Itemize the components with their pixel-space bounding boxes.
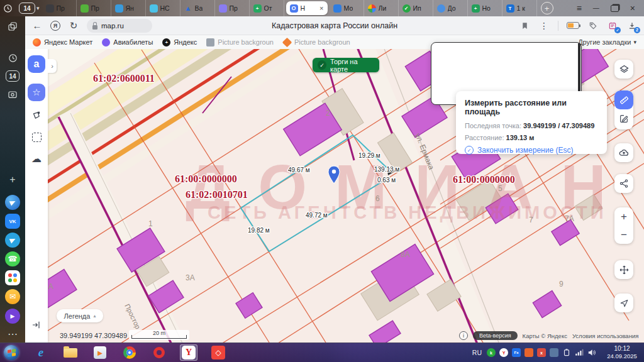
other-bookmarks-button[interactable]: Другие закладки▾ — [578, 38, 636, 46]
yandex-home-icon[interactable]: Я — [50, 21, 60, 31]
toolbar-right-icons: ⋮ ✓ 2 — [519, 20, 638, 31]
back-button[interactable]: ← — [31, 20, 43, 31]
dock-tab-counter[interactable]: 14 — [6, 70, 19, 82]
tab-close-icon[interactable]: × — [319, 4, 323, 12]
browser-tab[interactable]: T1 к — [502, 0, 537, 16]
anydesk-button[interactable]: ◇ — [209, 344, 227, 361]
address-bar[interactable]: map.ru — [87, 19, 152, 33]
bookmark-icon[interactable] — [519, 20, 530, 31]
browser-tab[interactable]: Пр — [42, 0, 77, 16]
bookmark-item[interactable]: +Яндекс — [162, 38, 197, 47]
taskbar-clock[interactable]: 10:12 24.09.2025 — [604, 345, 640, 360]
zoom-in-button[interactable]: + — [614, 207, 633, 226]
browser-tab[interactable]: Пр — [215, 0, 250, 16]
speaker-icon[interactable] — [587, 349, 596, 356]
battery-icon[interactable] — [562, 349, 571, 356]
tray-flag-icon[interactable]: x — [537, 348, 546, 357]
all-tabs-icon[interactable] — [5, 19, 20, 34]
whatsapp-app-icon[interactable]: ☎ — [5, 251, 20, 266]
tab-favicon — [80, 4, 89, 13]
restore-button[interactable] — [611, 5, 619, 12]
polygon-tool-icon[interactable] — [28, 107, 45, 124]
language-indicator[interactable]: RU — [472, 349, 482, 356]
info-icon[interactable]: i — [459, 331, 468, 340]
upload-layer-button[interactable] — [614, 143, 633, 162]
tabs-dropdown-chevron-icon[interactable]: ▾ — [36, 5, 40, 11]
mapru-logo[interactable]: a — [28, 55, 45, 73]
pan-mode-button[interactable] — [614, 260, 633, 279]
internet-explorer-button[interactable]: e — [32, 344, 50, 361]
power-saving-icon[interactable] — [567, 22, 579, 29]
browser-tab[interactable]: +Но — [468, 0, 502, 16]
yandex-browser-button[interactable]: Y — [180, 344, 197, 361]
screenshot-icon[interactable] — [5, 87, 20, 102]
browser-tab[interactable]: Мо — [330, 0, 364, 16]
yandex-services-app-icon[interactable] — [5, 270, 20, 285]
tray-antivirus-icon[interactable]: k — [487, 348, 496, 357]
paper-plane-icon — [9, 199, 16, 206]
tab-favicon: ▲ — [184, 4, 192, 13]
opera-button[interactable] — [150, 344, 168, 361]
media-player-button[interactable]: ▶ — [91, 344, 109, 361]
alice-app-icon[interactable]: ▶ — [5, 309, 20, 324]
map-viewport[interactable]: ДОМИАН СЕТЬ АГЕНТСТВ НЕДВИЖИМОСТИ ул. Ер… — [25, 49, 644, 343]
history-icon[interactable] — [0, 0, 15, 16]
browser-tab[interactable]: ✓Ип — [399, 0, 433, 16]
edit-drawing-button[interactable] — [614, 109, 633, 128]
legend-button[interactable]: Легенда ▴ — [57, 309, 103, 322]
share-button[interactable] — [614, 174, 633, 193]
telegram-app-icon[interactable] — [5, 233, 20, 248]
browser-tab[interactable]: ▲Ва — [180, 0, 215, 16]
network-signal-icon[interactable] — [575, 349, 584, 356]
bookmark-item[interactable]: Picture backgroun — [206, 38, 274, 47]
tray-rdp-icon[interactable] — [550, 348, 558, 357]
bookmark-item[interactable]: Яндекс Маркет — [33, 38, 92, 47]
measurement-panel: Измерить расстояние или площадь Последня… — [456, 91, 607, 154]
browser-tab[interactable]: Пр — [77, 0, 111, 16]
add-app-icon[interactable]: + — [5, 172, 20, 187]
yandex-mail-app-icon[interactable]: ✉ — [5, 289, 20, 304]
finish-measurement-button[interactable]: ✓ Закончить измерение (Esc) — [465, 146, 598, 155]
close-window-button[interactable]: × — [630, 4, 635, 13]
browser-tab[interactable]: Ян — [111, 0, 146, 16]
bookmark-item[interactable]: Авиабилеты — [102, 38, 153, 47]
tenders-on-map-button[interactable]: ✓ Торги на карте — [313, 58, 379, 72]
tab-counter[interactable]: 14 — [19, 3, 35, 14]
extension-icon[interactable]: ✓ — [607, 20, 618, 31]
my-location-button[interactable] — [614, 293, 633, 312]
browser-tab[interactable]: НС — [146, 0, 180, 16]
layers-button[interactable] — [614, 60, 633, 79]
cadastral-label: 61:02:0010701 — [186, 189, 248, 200]
start-button[interactable] — [4, 345, 19, 360]
browser-tab[interactable]: +От — [250, 0, 284, 16]
menu-icon[interactable]: ≡ — [577, 4, 582, 13]
tray-fx-icon[interactable]: Fx — [512, 348, 521, 357]
pricetag-icon[interactable] — [587, 20, 599, 31]
refresh-button[interactable]: ↻ — [68, 20, 79, 31]
file-explorer-button[interactable] — [62, 344, 79, 361]
yandex-browser-app-icon[interactable] — [5, 195, 20, 210]
area-select-tool-icon[interactable] — [28, 128, 45, 146]
legend-label: Легенда — [64, 312, 91, 320]
downloads-icon[interactable]: 2 — [626, 20, 638, 31]
zoom-out-button[interactable]: − — [614, 226, 633, 244]
tray-office-icon[interactable] — [525, 348, 533, 357]
expand-sidebar-chevron[interactable]: › — [48, 59, 57, 73]
favorites-button[interactable]: ☆ — [28, 84, 45, 101]
bookmark-item[interactable]: Picture backgroun — [283, 38, 350, 47]
browser-tab-active[interactable]: O Н × — [286, 1, 328, 15]
browser-tab[interactable]: До — [433, 0, 468, 16]
more-options-icon[interactable]: ⋮ — [538, 20, 550, 31]
tray-yandex-icon[interactable]: Y — [499, 348, 508, 357]
collapse-sidebar-icon[interactable] — [28, 316, 45, 334]
history-clock-icon[interactable] — [5, 50, 20, 65]
vk-app-icon[interactable]: VK — [5, 214, 20, 229]
chrome-button[interactable] — [121, 344, 138, 361]
measure-distance-button[interactable] — [614, 90, 633, 109]
browser-tab[interactable]: Ли — [364, 0, 399, 16]
new-tab-button[interactable]: + — [541, 2, 553, 14]
more-apps-icon[interactable]: ⋯ — [5, 326, 20, 341]
minimize-button[interactable]: — — [593, 5, 599, 11]
terms-link[interactable]: Условия использования — [572, 332, 638, 339]
cloud-tool-icon[interactable]: ☁ — [28, 150, 45, 167]
